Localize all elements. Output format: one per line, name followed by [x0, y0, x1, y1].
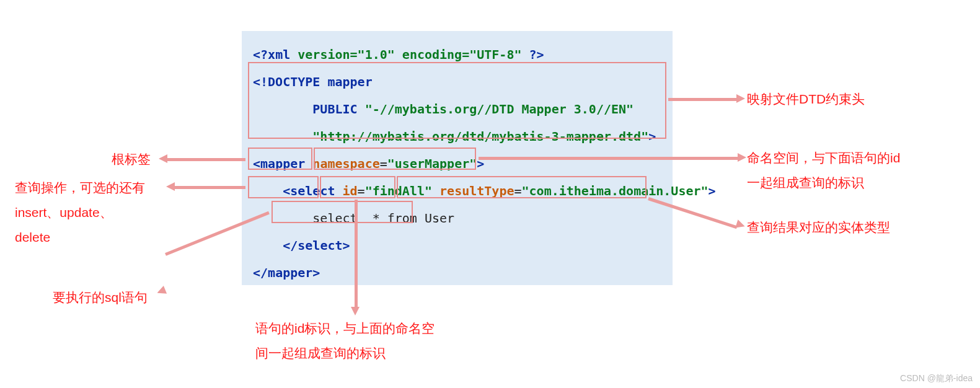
- label-dtd-head: 映射文件DTD约束头: [747, 87, 865, 112]
- line-doctype-3: "http://mybatis.org/dtd/mybatis-3-mapper…: [253, 123, 661, 150]
- label-result-type: 查询结果对应的实体类型: [747, 215, 890, 240]
- line-select-open: <select id="findAll" resultType="com.ith…: [253, 177, 661, 205]
- arrow-rt-head: [735, 219, 746, 231]
- arrow-id-head: [351, 307, 360, 315]
- line-mapper-open: <mapper namespace="userMapper">: [253, 150, 661, 177]
- line-doctype-2: PUBLIC "-//mybatis.org//DTD Mapper 3.0//…: [253, 95, 661, 123]
- label-stmt-id: 语句的id标识，与上面的命名空 间一起组成查询的标识: [255, 316, 435, 366]
- arrow-query-head: [166, 182, 175, 191]
- label-root-tag: 根标签: [112, 147, 151, 172]
- line-doctype-1: <!DOCTYPE mapper: [253, 68, 661, 95]
- line-mapper-close: </mapper>: [253, 259, 661, 286]
- line-xml-decl: <?xml version="1.0" encoding="UTF-8" ?>: [253, 41, 661, 68]
- label-query-op: 查询操作，可选的还有 insert、update、 delete: [15, 175, 145, 250]
- arrow-root: [167, 158, 245, 161]
- label-namespace: 命名空间，与下面语句的id 一起组成查询的标识: [747, 146, 900, 195]
- arrow-query: [175, 186, 245, 189]
- arrow-dtd: [668, 98, 736, 101]
- arrow-sql-head: [156, 286, 167, 297]
- line-sql: select * from User: [253, 205, 661, 232]
- arrow-ns-head: [738, 153, 746, 162]
- line-select-close: </select>: [253, 232, 661, 259]
- watermark: CSDN @龍弟-idea: [900, 373, 973, 384]
- arrow-dtd-head: [736, 94, 745, 103]
- code-panel: <?xml version="1.0" encoding="UTF-8" ?> …: [242, 31, 673, 285]
- arrow-root-head: [159, 154, 167, 163]
- label-sql-stmt: 要执行的sql语句: [53, 285, 148, 310]
